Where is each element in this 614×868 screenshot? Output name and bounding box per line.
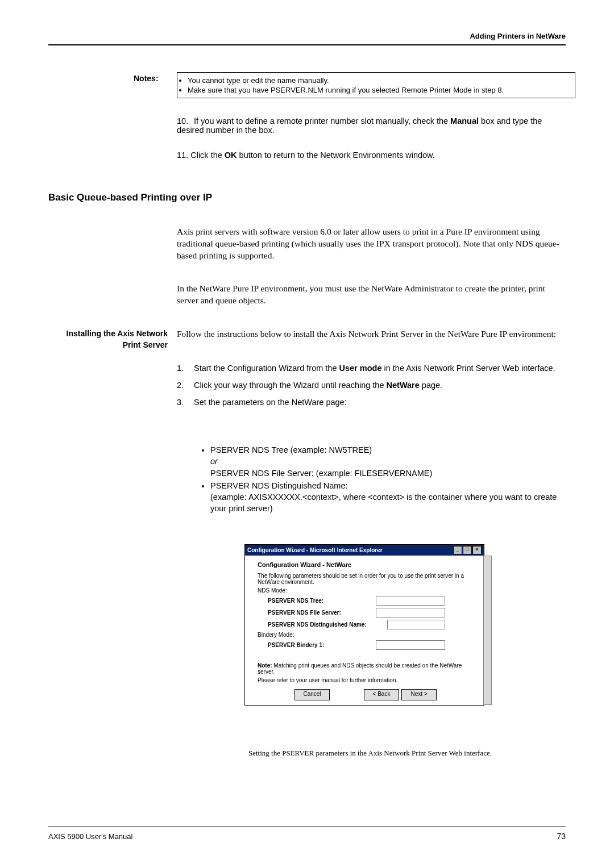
text-run: PSERVER NDS Tree (example: NW5TREE) [210, 445, 372, 454]
step-11: 11. Click the OK button to return to the… [177, 151, 563, 160]
bullet-item: PSERVER NDS Tree (example: NW5TREE) or P… [210, 444, 564, 479]
step-text: button to return to the Network Environm… [237, 151, 435, 160]
item-text: Click your way through the Wizard until … [194, 381, 558, 390]
notes-box: You cannot type or edit the name manuall… [177, 72, 575, 98]
note-item: Make sure that you have PSERVER.NLM runn… [188, 86, 571, 94]
header-rule [48, 44, 566, 45]
notes-label: Notes: [134, 74, 159, 83]
page-number: 73 [557, 832, 566, 841]
section-heading: Basic Queue-based Printing over IP [48, 192, 212, 203]
form-row: PSERVER NDS Distinguished Name: [268, 620, 474, 629]
text-italic: or [210, 457, 218, 466]
field-label: PSERVER NDS Distinguished Name: [268, 621, 387, 628]
bullet-item: PSERVER NDS Distinguished Name: (example… [210, 480, 564, 515]
pserver-bindery1-input[interactable] [376, 640, 445, 650]
list-item: 3. Set the parameters on the NetWare pag… [177, 398, 563, 407]
step-number: 10. [177, 116, 192, 126]
item-number: 3. [177, 398, 192, 407]
footer-left: AXIS 5900 User's Manual [48, 832, 132, 841]
ordered-list: 1. Start the Configuration Wizard from t… [177, 364, 563, 415]
field-label: PSERVER NDS Tree: [268, 598, 376, 604]
item-number: 2. [177, 381, 192, 390]
maximize-button[interactable]: □ [463, 546, 472, 554]
list-item: 1. Start the Configuration Wizard from t… [177, 364, 563, 373]
margin-heading: Installing the Axis Network Print Server [48, 328, 168, 350]
footer-rule [48, 827, 566, 827]
figure-caption: Setting the PSERVER parameters in the Ax… [177, 749, 563, 758]
scrollbar[interactable] [483, 556, 492, 705]
body-paragraph: In the NetWare Pure IP environment, you … [177, 283, 563, 307]
dialog-body: Configuration Wizard - NetWare The follo… [245, 556, 484, 705]
field-label: PSERVER Bindery 1: [268, 642, 376, 648]
pserver-nds-tree-input[interactable] [376, 596, 445, 606]
step-bold: Manual [450, 116, 479, 126]
item-text: Start the Configuration Wizard from the … [194, 364, 558, 373]
group-label: Bindery Mode: [258, 632, 474, 638]
dialog-heading: Configuration Wizard - NetWare [258, 561, 474, 568]
form-row: PSERVER NDS File Server: [268, 608, 474, 617]
note-item: You cannot type or edit the name manuall… [188, 76, 571, 85]
close-button[interactable]: × [472, 546, 482, 554]
window-title: Configuration Wizard - Microsoft Interne… [247, 547, 383, 553]
group-label: NDS Mode: [258, 587, 474, 594]
sub-bullets: PSERVER NDS Tree (example: NW5TREE) or P… [200, 444, 564, 516]
titlebar: Configuration Wizard - Microsoft Interne… [245, 545, 484, 556]
text-run: Start the Configuration Wizard from the [194, 364, 339, 373]
dialog-desc: The following parameters should be set i… [258, 573, 474, 585]
list-item: 2. Click your way through the Wizard unt… [177, 381, 563, 390]
dialog-note: Note: Matching print queues and NDS obje… [258, 662, 474, 675]
text-bold: User mode [339, 364, 382, 373]
note-bold: Note: [258, 662, 272, 669]
form-row: PSERVER NDS Tree: [268, 596, 474, 606]
pserver-nds-dn-input[interactable] [387, 620, 445, 629]
pserver-nds-fileserver-input[interactable] [376, 608, 445, 617]
cancel-button[interactable]: Cancel [294, 689, 330, 700]
step-number: 11. [177, 151, 188, 160]
running-header: Adding Printers in NetWare [470, 32, 566, 40]
step-text: If you want to define a remote printer n… [194, 116, 450, 126]
text-bold: NetWare [387, 381, 420, 390]
next-button[interactable]: Next > [401, 689, 437, 700]
config-wizard-dialog: Configuration Wizard - Microsoft Interne… [244, 544, 484, 706]
step-bold: OK [225, 151, 237, 160]
body-paragraph: Follow the instructions below to install… [177, 328, 563, 340]
form-row: PSERVER Bindery 1: [268, 640, 474, 650]
step-text: Click the [190, 151, 225, 160]
body-paragraph: Axis print servers with software version… [177, 226, 563, 262]
dialog-note2: Please refer to your user manual for fur… [258, 677, 474, 683]
field-label: PSERVER NDS File Server: [268, 610, 376, 616]
text-run: (example: AXISXXXXXX.<context>, where <c… [210, 493, 557, 513]
text-run: PSERVER NDS Distinguished Name: [210, 481, 348, 490]
button-row: Cancel < Back Next > [258, 689, 474, 700]
note-text: Matching print queues and NDS objects sh… [258, 662, 462, 675]
minimize-button[interactable]: _ [453, 546, 462, 554]
text-run: Click your way through the Wizard until … [194, 381, 387, 390]
text-run: PSERVER NDS File Server: (example: FILES… [210, 469, 432, 478]
back-button[interactable]: < Back [364, 689, 399, 700]
text-run: page. [420, 381, 442, 390]
item-text: Set the parameters on the NetWare page: [194, 398, 558, 407]
item-number: 1. [177, 364, 192, 373]
text-run: in the Axis Network Print Server Web int… [381, 364, 555, 373]
step-10: 10. If you want to define a remote print… [177, 116, 563, 135]
